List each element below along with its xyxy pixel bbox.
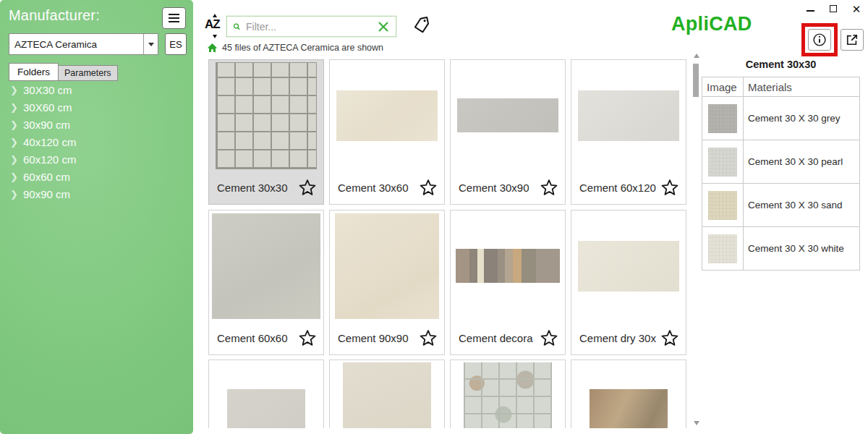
sidebar-tabs: Folders Parameters <box>9 63 118 81</box>
material-name: Cement 30 X 30 grey <box>744 97 860 140</box>
column-header-materials: Materials <box>744 77 860 97</box>
materials-table: Image Materials Cement 30 X 30 grey Ceme… <box>702 77 860 271</box>
tile-image <box>578 90 679 141</box>
tile-image <box>335 213 439 319</box>
favorite-star-icon[interactable] <box>419 179 438 197</box>
grid-scrollbar[interactable] <box>692 54 701 425</box>
material-row-sand[interactable]: Cement 30 X 30 sand <box>702 184 860 227</box>
tile-card-cement-dry[interactable]: Cement dry 30x <box>571 210 686 355</box>
tile-card-cement-30x30[interactable]: Cement 30x30 <box>208 59 324 205</box>
minimize-button[interactable] <box>804 3 816 14</box>
tile-card-cement-30x60[interactable]: Cement 30x60 <box>329 59 445 205</box>
tile-image <box>590 389 668 428</box>
tile-card-cement-90x90[interactable]: Cement 90x90 <box>329 210 445 355</box>
favorite-star-icon[interactable] <box>660 179 679 197</box>
close-button[interactable]: ✕ <box>851 3 862 14</box>
chevron-right-icon: ❯ <box>10 171 23 182</box>
status-line: 45 files of AZTECA Ceramica are shown <box>207 43 383 53</box>
folder-tree: ❯30X30 cm ❯30X60 cm ❯30x90 cm ❯40x120 cm… <box>10 81 184 203</box>
tile-card-partial-3[interactable] <box>450 359 566 428</box>
tile-image <box>216 62 317 169</box>
material-thumbnail <box>708 191 737 220</box>
chevron-right-icon: ❯ <box>10 119 23 130</box>
info-button[interactable] <box>808 29 831 51</box>
material-thumbnail <box>708 104 737 133</box>
scroll-up-icon[interactable] <box>694 54 699 58</box>
chevron-right-icon: ❯ <box>10 85 23 95</box>
folder-item-60x120[interactable]: ❯60x120 cm <box>10 150 184 168</box>
chevron-right-icon: ❯ <box>10 102 23 113</box>
tile-label: Cement dry 30x <box>579 332 656 344</box>
tile-image <box>336 90 438 141</box>
home-icon <box>207 43 218 53</box>
chevron-right-icon: ❯ <box>10 189 23 200</box>
tile-card-partial-4[interactable] <box>571 359 686 428</box>
tag-icon <box>411 14 433 37</box>
maximize-button[interactable] <box>827 3 839 14</box>
filter-searchbox[interactable] <box>226 16 396 37</box>
manufacturer-select-arrow[interactable] <box>143 34 158 54</box>
folder-item-40x120[interactable]: ❯40x120 cm <box>10 133 184 150</box>
favorite-star-icon[interactable] <box>298 179 317 197</box>
material-row-white[interactable]: Cement 30 X 30 white <box>702 227 860 271</box>
info-icon <box>812 32 827 48</box>
folder-item-90x90[interactable]: ❯90x90 cm <box>10 185 184 203</box>
tile-card-cement-30x90[interactable]: Cement 30x90 <box>450 59 566 205</box>
material-row-pearl[interactable]: Cement 30 X 30 pearl <box>702 140 860 184</box>
status-text: 45 files of AZTECA Ceramica are shown <box>222 43 383 53</box>
scrollbar-thumb[interactable] <box>693 64 699 97</box>
maximize-icon <box>830 5 837 12</box>
filter-input[interactable] <box>246 21 377 33</box>
folder-item-60x60[interactable]: ❯60x60 cm <box>10 168 184 185</box>
scroll-down-icon[interactable] <box>694 421 699 425</box>
manufacturer-sidebar: Manufacturer: AZTECA Ceramica ES Folders… <box>0 0 193 434</box>
tile-label: Cement 60x60 <box>217 332 288 344</box>
tile-card-cement-decora[interactable]: Cement decora <box>450 210 566 355</box>
column-header-image: Image <box>702 77 744 97</box>
material-row-grey[interactable]: Cement 30 X 30 grey <box>702 97 860 140</box>
favorite-star-icon[interactable] <box>660 329 679 347</box>
manufacturer-select[interactable]: AZTECA Ceramica <box>9 33 158 55</box>
material-thumbnail <box>708 234 737 263</box>
tile-card-partial-1[interactable] <box>208 359 324 428</box>
tab-folders[interactable]: Folders <box>9 63 59 81</box>
tab-parameters[interactable]: Parameters <box>58 65 118 81</box>
tile-card-cement-60x120[interactable]: Cement 60x120 <box>571 59 686 205</box>
favorite-star-icon[interactable] <box>540 329 558 347</box>
detail-panel-title: Cement 30x30 <box>702 59 860 70</box>
favorite-star-icon[interactable] <box>540 179 558 197</box>
tile-card-cement-60x60[interactable]: Cement 60x60 <box>208 210 324 355</box>
clear-filter-icon[interactable] <box>377 20 390 33</box>
sort-az-button[interactable]: AZ <box>205 17 225 36</box>
minimize-icon <box>807 10 814 12</box>
tile-image <box>343 362 431 428</box>
tile-grid: Cement 30x30 Cement 30x60 Cement 30x90 C… <box>204 58 690 428</box>
favorite-star-icon[interactable] <box>298 329 317 347</box>
materials-header-row: Image Materials <box>702 77 860 97</box>
aplicad-logo: ApliCAD <box>671 13 752 35</box>
chevron-down-icon <box>148 43 154 46</box>
chevron-right-icon: ❯ <box>10 137 23 148</box>
open-external-button[interactable] <box>841 29 864 51</box>
favorite-star-icon[interactable] <box>419 329 438 347</box>
language-button[interactable]: ES <box>165 33 187 55</box>
folder-item-30x30[interactable]: ❯30X30 cm <box>10 81 184 98</box>
tile-card-partial-2[interactable] <box>329 359 445 428</box>
tag-button[interactable] <box>412 16 431 38</box>
tile-image <box>578 241 679 292</box>
sort-az-icon: AZ <box>205 17 220 31</box>
tile-label: Cement 90x90 <box>338 332 409 344</box>
material-name: Cement 30 X 30 white <box>744 227 860 271</box>
window-controls: ✕ <box>804 1 862 16</box>
hamburger-menu-button[interactable] <box>162 7 186 29</box>
material-name: Cement 30 X 30 sand <box>744 184 860 227</box>
tile-label: Cement 30x60 <box>338 182 409 194</box>
tile-image <box>456 249 560 283</box>
folder-item-30x90[interactable]: ❯30x90 cm <box>10 116 184 133</box>
manufacturer-select-value: AZTECA Ceramica <box>9 34 143 54</box>
tile-label: Cement 30x90 <box>459 182 529 194</box>
open-external-icon <box>845 33 859 47</box>
tile-image <box>227 389 305 428</box>
folder-item-30x60[interactable]: ❯30X60 cm <box>10 98 184 116</box>
app-window: ✕ Manufacturer: AZTECA Ceramica ES Folde… <box>0 0 868 434</box>
